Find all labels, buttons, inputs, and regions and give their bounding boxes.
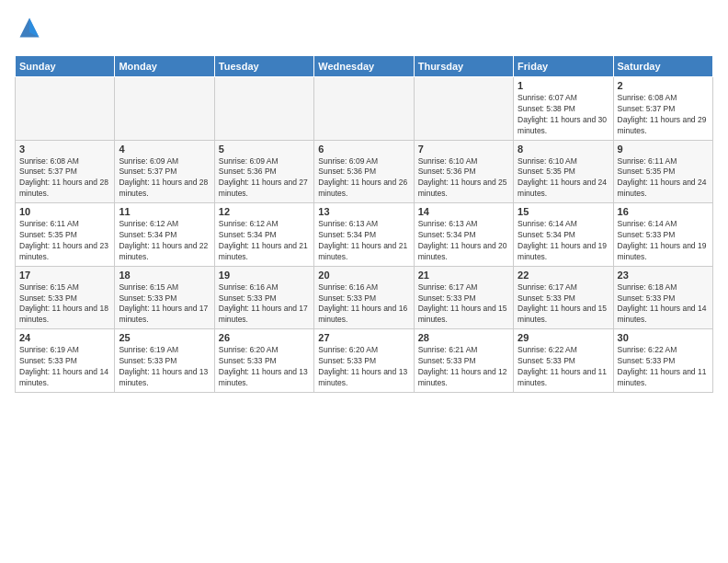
- day-info: Sunrise: 6:09 AMSunset: 5:36 PMDaylight:…: [219, 156, 310, 201]
- calendar-cell: 25Sunrise: 6:19 AMSunset: 5:33 PMDayligh…: [115, 329, 214, 393]
- day-info: Sunrise: 6:11 AMSunset: 5:35 PMDaylight:…: [618, 156, 709, 201]
- calendar-cell: [16, 77, 115, 141]
- day-number: 8: [518, 144, 609, 155]
- calendar-cell: 26Sunrise: 6:20 AMSunset: 5:33 PMDayligh…: [214, 329, 313, 393]
- logo: [15, 15, 46, 44]
- calendar-cell: [214, 77, 313, 141]
- day-info: Sunrise: 6:22 AMSunset: 5:33 PMDaylight:…: [518, 345, 609, 389]
- day-number: 21: [418, 270, 509, 281]
- day-number: 1: [518, 80, 609, 91]
- day-number: 20: [318, 270, 409, 281]
- day-info: Sunrise: 6:15 AMSunset: 5:33 PMDaylight:…: [19, 282, 110, 327]
- day-number: 28: [418, 332, 509, 343]
- day-number: 25: [119, 332, 210, 343]
- calendar-cell: [314, 77, 414, 141]
- day-number: 14: [418, 206, 509, 217]
- day-number: 12: [219, 206, 310, 217]
- calendar-cell: 7Sunrise: 6:10 AMSunset: 5:36 PMDaylight…: [414, 140, 513, 203]
- calendar-cell: 22Sunrise: 6:17 AMSunset: 5:33 PMDayligh…: [514, 266, 613, 329]
- calendar-week-1: 1Sunrise: 6:07 AMSunset: 5:38 PMDaylight…: [16, 77, 713, 141]
- day-number: 24: [19, 332, 110, 343]
- column-header-wednesday: Wednesday: [314, 56, 414, 77]
- calendar-cell: 15Sunrise: 6:14 AMSunset: 5:34 PMDayligh…: [514, 203, 613, 267]
- day-info: Sunrise: 6:10 AMSunset: 5:36 PMDaylight:…: [418, 156, 509, 201]
- calendar-cell: 28Sunrise: 6:21 AMSunset: 5:33 PMDayligh…: [414, 329, 513, 393]
- calendar-cell: 3Sunrise: 6:08 AMSunset: 5:37 PMDaylight…: [16, 140, 115, 203]
- day-number: 22: [518, 270, 609, 281]
- column-header-tuesday: Tuesday: [214, 56, 313, 77]
- day-info: Sunrise: 6:11 AMSunset: 5:35 PMDaylight:…: [19, 219, 110, 263]
- calendar-header-row: SundayMondayTuesdayWednesdayThursdayFrid…: [16, 56, 713, 77]
- calendar-cell: 21Sunrise: 6:17 AMSunset: 5:33 PMDayligh…: [414, 266, 513, 329]
- day-info: Sunrise: 6:19 AMSunset: 5:33 PMDaylight:…: [19, 345, 110, 389]
- page-header: [15, 15, 713, 44]
- day-info: Sunrise: 6:13 AMSunset: 5:34 PMDaylight:…: [318, 219, 409, 263]
- day-info: Sunrise: 6:09 AMSunset: 5:37 PMDaylight:…: [119, 156, 210, 201]
- day-info: Sunrise: 6:12 AMSunset: 5:34 PMDaylight:…: [119, 219, 210, 263]
- day-number: 16: [618, 206, 709, 217]
- logo-icon: [17, 15, 42, 40]
- day-info: Sunrise: 6:14 AMSunset: 5:33 PMDaylight:…: [618, 219, 709, 263]
- calendar-week-5: 24Sunrise: 6:19 AMSunset: 5:33 PMDayligh…: [16, 329, 713, 393]
- day-number: 23: [618, 270, 709, 281]
- calendar-cell: 5Sunrise: 6:09 AMSunset: 5:36 PMDaylight…: [214, 140, 313, 203]
- calendar-cell: 18Sunrise: 6:15 AMSunset: 5:33 PMDayligh…: [115, 266, 214, 329]
- calendar-cell: 10Sunrise: 6:11 AMSunset: 5:35 PMDayligh…: [16, 203, 115, 267]
- calendar-table: SundayMondayTuesdayWednesdayThursdayFrid…: [15, 55, 713, 393]
- day-number: 30: [618, 332, 709, 343]
- day-number: 2: [618, 80, 709, 91]
- column-header-sunday: Sunday: [16, 56, 115, 77]
- day-info: Sunrise: 6:20 AMSunset: 5:33 PMDaylight:…: [219, 345, 310, 389]
- calendar-week-3: 10Sunrise: 6:11 AMSunset: 5:35 PMDayligh…: [16, 203, 713, 267]
- calendar-cell: 2Sunrise: 6:08 AMSunset: 5:37 PMDaylight…: [613, 77, 712, 141]
- calendar-cell: 27Sunrise: 6:20 AMSunset: 5:33 PMDayligh…: [314, 329, 414, 393]
- day-number: 6: [318, 144, 409, 155]
- calendar-cell: [414, 77, 513, 141]
- day-info: Sunrise: 6:07 AMSunset: 5:38 PMDaylight:…: [518, 93, 609, 137]
- day-info: Sunrise: 6:08 AMSunset: 5:37 PMDaylight:…: [19, 156, 110, 201]
- calendar-cell: 6Sunrise: 6:09 AMSunset: 5:36 PMDaylight…: [314, 140, 414, 203]
- calendar-cell: 23Sunrise: 6:18 AMSunset: 5:33 PMDayligh…: [613, 266, 712, 329]
- day-number: 19: [219, 270, 310, 281]
- column-header-friday: Friday: [514, 56, 613, 77]
- calendar-week-4: 17Sunrise: 6:15 AMSunset: 5:33 PMDayligh…: [16, 266, 713, 329]
- calendar-cell: 16Sunrise: 6:14 AMSunset: 5:33 PMDayligh…: [613, 203, 712, 267]
- day-number: 4: [119, 144, 210, 155]
- calendar-cell: 1Sunrise: 6:07 AMSunset: 5:38 PMDaylight…: [514, 77, 613, 141]
- day-number: 3: [19, 144, 110, 155]
- calendar-cell: 4Sunrise: 6:09 AMSunset: 5:37 PMDaylight…: [115, 140, 214, 203]
- day-info: Sunrise: 6:16 AMSunset: 5:33 PMDaylight:…: [219, 282, 310, 327]
- day-number: 18: [119, 270, 210, 281]
- day-info: Sunrise: 6:14 AMSunset: 5:34 PMDaylight:…: [518, 219, 609, 263]
- calendar-cell: 9Sunrise: 6:11 AMSunset: 5:35 PMDaylight…: [613, 140, 712, 203]
- calendar-cell: 24Sunrise: 6:19 AMSunset: 5:33 PMDayligh…: [16, 329, 115, 393]
- calendar-cell: [115, 77, 214, 141]
- day-number: 29: [518, 332, 609, 343]
- calendar-cell: 20Sunrise: 6:16 AMSunset: 5:33 PMDayligh…: [314, 266, 414, 329]
- calendar-cell: 12Sunrise: 6:12 AMSunset: 5:34 PMDayligh…: [214, 203, 313, 267]
- day-number: 7: [418, 144, 509, 155]
- day-info: Sunrise: 6:18 AMSunset: 5:33 PMDaylight:…: [618, 282, 709, 327]
- day-info: Sunrise: 6:08 AMSunset: 5:37 PMDaylight:…: [618, 93, 709, 137]
- day-info: Sunrise: 6:10 AMSunset: 5:35 PMDaylight:…: [518, 156, 609, 201]
- calendar-cell: 11Sunrise: 6:12 AMSunset: 5:34 PMDayligh…: [115, 203, 214, 267]
- column-header-thursday: Thursday: [414, 56, 513, 77]
- calendar-cell: 13Sunrise: 6:13 AMSunset: 5:34 PMDayligh…: [314, 203, 414, 267]
- day-info: Sunrise: 6:22 AMSunset: 5:33 PMDaylight:…: [618, 345, 709, 389]
- day-number: 11: [119, 206, 210, 217]
- column-header-monday: Monday: [115, 56, 214, 77]
- calendar-cell: 14Sunrise: 6:13 AMSunset: 5:34 PMDayligh…: [414, 203, 513, 267]
- column-header-saturday: Saturday: [613, 56, 712, 77]
- calendar-week-2: 3Sunrise: 6:08 AMSunset: 5:37 PMDaylight…: [16, 140, 713, 203]
- day-number: 13: [318, 206, 409, 217]
- calendar-cell: 19Sunrise: 6:16 AMSunset: 5:33 PMDayligh…: [214, 266, 313, 329]
- day-info: Sunrise: 6:21 AMSunset: 5:33 PMDaylight:…: [418, 345, 509, 389]
- day-number: 5: [219, 144, 310, 155]
- calendar-cell: 17Sunrise: 6:15 AMSunset: 5:33 PMDayligh…: [16, 266, 115, 329]
- day-info: Sunrise: 6:17 AMSunset: 5:33 PMDaylight:…: [418, 282, 509, 327]
- calendar-cell: 29Sunrise: 6:22 AMSunset: 5:33 PMDayligh…: [514, 329, 613, 393]
- day-info: Sunrise: 6:16 AMSunset: 5:33 PMDaylight:…: [318, 282, 409, 327]
- day-info: Sunrise: 6:13 AMSunset: 5:34 PMDaylight:…: [418, 219, 509, 263]
- day-number: 27: [318, 332, 409, 343]
- day-info: Sunrise: 6:09 AMSunset: 5:36 PMDaylight:…: [318, 156, 409, 201]
